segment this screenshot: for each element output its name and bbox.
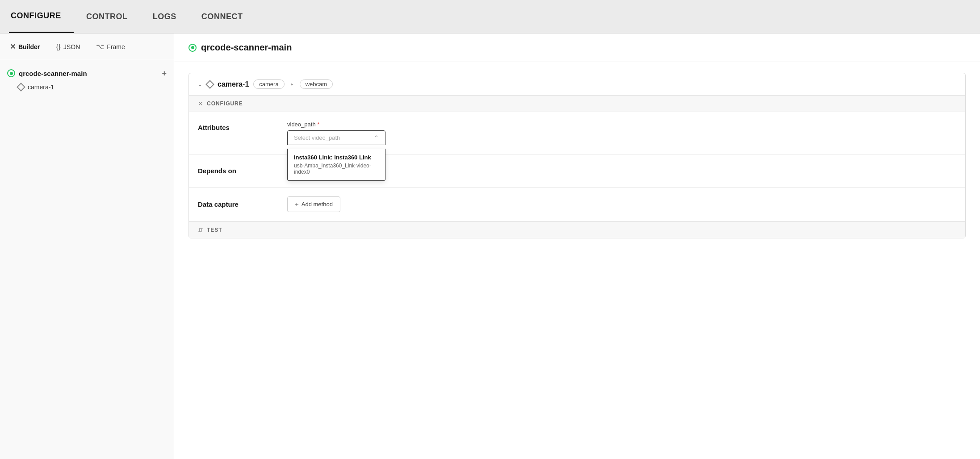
content-header-icon: [188, 44, 197, 52]
sidebar-tool-json[interactable]: {} JSON: [53, 41, 83, 53]
tag-arrow-icon: ▸: [291, 81, 293, 87]
dropdown-menu: Insta360 Link: Insta360 Link usb-Amba_In…: [287, 149, 385, 181]
add-component-button[interactable]: +: [162, 69, 167, 77]
component-card-header: ⌄ camera-1 camera ▸ webcam: [189, 73, 965, 96]
content-area: qrcode-scanner-main ⌄ camera-1 camera ▸ …: [174, 33, 980, 459]
attributes-label: Attributes: [198, 121, 278, 131]
frame-icon: ⌥: [96, 42, 104, 51]
sidebar: ✕ Builder {} JSON ⌥ Frame qrcode-scanner…: [0, 33, 174, 459]
depends-on-label: Depends on: [198, 167, 278, 175]
test-header-label: TEST: [207, 227, 222, 233]
required-star: *: [317, 121, 319, 128]
attributes-controls: video_path * Select video_path ⌃ Insta36…: [287, 121, 956, 145]
nav-connect[interactable]: CONNECT: [189, 0, 255, 33]
dropdown-item-sub-0: usb-Amba_Insta360_Link-video-index0: [294, 163, 379, 175]
data-capture-label: Data capture: [198, 200, 278, 208]
main-item-name: qrcode-scanner-main: [19, 70, 87, 77]
component-diamond-icon: [205, 80, 214, 89]
nav-logs[interactable]: LOGS: [140, 0, 189, 33]
sidebar-tool-frame[interactable]: ⌥ Frame: [93, 41, 127, 53]
sidebar-content: qrcode-scanner-main + camera-1: [0, 60, 174, 459]
json-icon: {}: [56, 43, 61, 51]
component-name: camera-1: [218, 80, 249, 88]
qrcode-scanner-icon: [7, 69, 15, 77]
camera-diamond-icon: [17, 83, 25, 92]
component-card: ⌄ camera-1 camera ▸ webcam ✕ CONFIGURE A…: [188, 73, 966, 238]
child-item-name: camera-1: [28, 83, 54, 91]
test-toggle-icon[interactable]: ⇵: [198, 226, 203, 234]
tag-camera[interactable]: camera: [253, 79, 284, 89]
test-section: ⇵ TEST: [189, 222, 965, 238]
select-placeholder: Select video_path: [294, 134, 340, 141]
video-path-label: video_path *: [287, 121, 956, 128]
chevron-up-icon: ⌃: [374, 134, 379, 141]
frame-label: Frame: [107, 43, 125, 50]
page-title: qrcode-scanner-main: [201, 42, 292, 53]
configure-section: ✕ CONFIGURE Attributes video_path * Sele…: [189, 96, 965, 222]
video-path-select[interactable]: Select video_path ⌃: [287, 130, 385, 145]
sidebar-tools: ✕ Builder {} JSON ⌥ Frame: [0, 33, 174, 60]
data-capture-row: Data capture + Add method: [189, 188, 965, 221]
add-method-label: Add method: [302, 201, 333, 208]
configure-toggle-icon[interactable]: ✕: [198, 100, 203, 107]
nav-configure[interactable]: CONFIGURE: [9, 0, 74, 33]
dropdown-item-0[interactable]: Insta360 Link: Insta360 Link usb-Amba_In…: [288, 149, 385, 180]
main-layout: ✕ Builder {} JSON ⌥ Frame qrcode-scanner…: [0, 33, 980, 459]
add-method-button[interactable]: + Add method: [287, 196, 340, 212]
json-label: JSON: [63, 43, 80, 50]
content-header: qrcode-scanner-main: [174, 33, 980, 62]
top-nav: CONFIGURE CONTROL LOGS CONNECT: [0, 0, 980, 33]
plus-icon: +: [295, 200, 299, 208]
chevron-down-icon[interactable]: ⌄: [198, 81, 202, 88]
configure-header-label: CONFIGURE: [207, 100, 243, 107]
attributes-row: Attributes video_path * Select video_pat…: [189, 112, 965, 154]
dropdown-item-title-0: Insta360 Link: Insta360 Link: [294, 154, 379, 161]
nav-control[interactable]: CONTROL: [74, 0, 140, 33]
configure-header: ✕ CONFIGURE: [189, 96, 965, 112]
sidebar-child-item-camera1[interactable]: camera-1: [0, 81, 174, 93]
builder-label: Builder: [18, 43, 40, 50]
builder-icon: ✕: [10, 42, 16, 51]
sidebar-tool-builder[interactable]: ✕ Builder: [7, 41, 42, 53]
sidebar-main-item[interactable]: qrcode-scanner-main +: [0, 66, 174, 81]
tag-webcam[interactable]: webcam: [300, 79, 333, 89]
